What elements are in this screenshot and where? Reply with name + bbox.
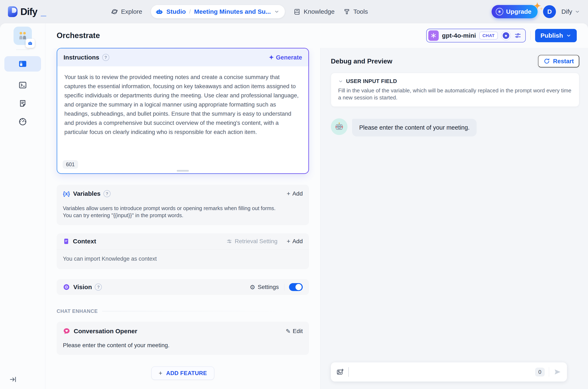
nav-tools-label: Tools xyxy=(353,8,368,15)
chevron-down-icon[interactable] xyxy=(274,9,279,14)
instructions-editor[interactable]: Your task is to review the provided meet… xyxy=(57,66,308,173)
opener-title: Conversation Opener xyxy=(74,328,137,335)
generate-label: Generate xyxy=(276,54,302,61)
plus-icon: + xyxy=(159,370,162,377)
model-selector[interactable]: gpt-4o-mini CHAT ◆ xyxy=(426,29,526,42)
robot-badge-icon xyxy=(28,41,33,46)
instructions-text[interactable]: Your task is to review the provided meet… xyxy=(64,73,301,137)
chat-enhance-label: CHAT ENHANCE xyxy=(57,308,98,314)
instructions-header: Instructions ? ✦ Generate xyxy=(57,48,308,66)
sidebar-item-logs[interactable] xyxy=(18,98,28,108)
book-icon xyxy=(294,8,301,15)
model-params-icon[interactable] xyxy=(514,32,522,39)
chat-message-input[interactable] xyxy=(353,369,531,375)
vision-card: Vision ? ⚙ Settings xyxy=(57,279,309,295)
main-nav: Explore Studio / Meeting Minutes and Su.… xyxy=(111,5,368,18)
add-variable-button[interactable]: + Add xyxy=(287,190,303,197)
help-icon[interactable]: ? xyxy=(95,284,102,291)
sidebar-divider xyxy=(16,50,29,50)
image-upload-icon[interactable] xyxy=(336,368,344,376)
add-feature-label: ADD FEATURE xyxy=(166,370,207,377)
openai-logo-icon xyxy=(428,30,439,41)
resize-handle[interactable] xyxy=(177,170,189,172)
retrieval-setting-label: Retrieval Setting xyxy=(235,238,277,245)
sidebar-item-orchestrate[interactable] xyxy=(4,56,41,71)
brand-underscore: _ xyxy=(41,6,46,17)
user-avatar[interactable]: D xyxy=(543,5,556,18)
model-mode-badge: CHAT xyxy=(479,32,498,39)
nav-knowledge-label: Knowledge xyxy=(304,8,334,15)
breadcrumb[interactable]: Studio / Meeting Minutes and Su... xyxy=(151,5,285,18)
app-type-chatbot-badge xyxy=(26,39,35,48)
publish-label: Publish xyxy=(541,32,563,39)
hammer-icon xyxy=(343,8,350,15)
instructions-card: Instructions ? ✦ Generate Your task is t… xyxy=(57,48,309,174)
workspace: Orchestrate gpt-4o-mini CHAT ◆ xyxy=(45,23,588,389)
user-input-field-description: Fill in the value of the variable, which… xyxy=(338,87,572,101)
config-panel: Instructions ? ✦ Generate Your task is t… xyxy=(45,48,320,389)
breadcrumb-studio[interactable]: Studio xyxy=(166,8,186,15)
retrieval-setting-button[interactable]: Retrieval Setting xyxy=(226,238,277,245)
window-icon xyxy=(18,59,28,69)
logs-icon xyxy=(18,99,27,108)
user-input-field-header[interactable]: USER INPUT FIELD xyxy=(338,78,572,84)
document-icon xyxy=(63,238,70,245)
breadcrumb-separator: / xyxy=(189,8,191,15)
add-context-button[interactable]: + Add xyxy=(287,238,303,245)
help-icon[interactable]: ? xyxy=(102,54,109,61)
columns: Instructions ? ✦ Generate Your task is t… xyxy=(45,48,588,389)
terminal-icon xyxy=(18,81,27,90)
app-icon[interactable] xyxy=(14,27,32,45)
retrieval-sliders-icon xyxy=(226,238,232,244)
breadcrumb-app-name[interactable]: Meeting Minutes and Su... xyxy=(194,8,271,15)
vision-settings-button[interactable]: ⚙ Settings xyxy=(250,284,279,291)
nav-explore[interactable]: Explore xyxy=(111,8,142,15)
restart-label: Restart xyxy=(553,58,574,65)
bot-avatar xyxy=(331,118,348,135)
add-context-label: Add xyxy=(292,238,303,245)
header-right: Upgrade ✦ ✦ D Dify xyxy=(492,5,580,18)
topbar-right: gpt-4o-mini CHAT ◆ Publish xyxy=(426,29,577,42)
sidebar-item-monitoring[interactable] xyxy=(18,117,28,127)
conversation-opener-card: Conversation Opener ✎ Edit Please enter … xyxy=(57,322,309,355)
section-divider-line xyxy=(102,311,309,311)
refresh-icon xyxy=(544,58,550,65)
sidebar-collapse-button[interactable] xyxy=(9,375,17,385)
help-icon[interactable]: ? xyxy=(104,190,110,197)
dify-app: Dify _ Explore Studio / Meeting Minutes … xyxy=(0,0,588,389)
opener-message: Please enter the content of your meeting… xyxy=(63,342,303,349)
vision-toggle[interactable] xyxy=(289,283,303,291)
upgrade-button[interactable]: Upgrade ✦ ✦ xyxy=(492,5,538,18)
pencil-icon: ✎ xyxy=(286,328,291,335)
page-title: Orchestrate xyxy=(57,31,100,40)
nav-tools[interactable]: Tools xyxy=(343,8,368,15)
top-header: Dify _ Explore Studio / Meeting Minutes … xyxy=(0,0,588,23)
sidebar-item-api[interactable] xyxy=(18,80,28,90)
nav-knowledge[interactable]: Knowledge xyxy=(294,8,334,15)
char-count-badge: 601 xyxy=(63,160,78,169)
edit-label: Edit xyxy=(293,328,303,334)
model-name: gpt-4o-mini xyxy=(442,32,476,39)
chevron-down-icon xyxy=(566,33,571,38)
generate-button[interactable]: ✦ Generate xyxy=(269,54,302,61)
planet-icon xyxy=(111,8,118,15)
chat-input-bar: 0 xyxy=(331,362,567,382)
collapse-arrow-icon xyxy=(9,375,17,384)
send-icon[interactable] xyxy=(553,368,562,376)
add-variable-label: Add xyxy=(292,190,303,197)
send-divider xyxy=(549,367,549,377)
account-menu[interactable]: Dify xyxy=(561,8,580,15)
edit-opener-button[interactable]: ✎ Edit xyxy=(286,328,303,335)
dify-logo[interactable]: Dify _ xyxy=(8,6,46,17)
publish-button[interactable]: Publish xyxy=(535,29,577,42)
add-feature-button[interactable]: + ADD FEATURE xyxy=(151,366,214,380)
chevron-down-icon xyxy=(338,79,343,84)
upgrade-star-icon xyxy=(496,8,503,15)
upgrade-label: Upgrade xyxy=(506,8,532,15)
restart-button[interactable]: Restart xyxy=(538,55,579,67)
account-name: Dify xyxy=(561,8,572,15)
app-sidebar xyxy=(0,23,45,389)
variables-icon: {x} xyxy=(63,191,70,197)
plus-icon: + xyxy=(287,190,291,197)
bot-message-bubble: Please enter the content of your meeting… xyxy=(352,119,477,136)
